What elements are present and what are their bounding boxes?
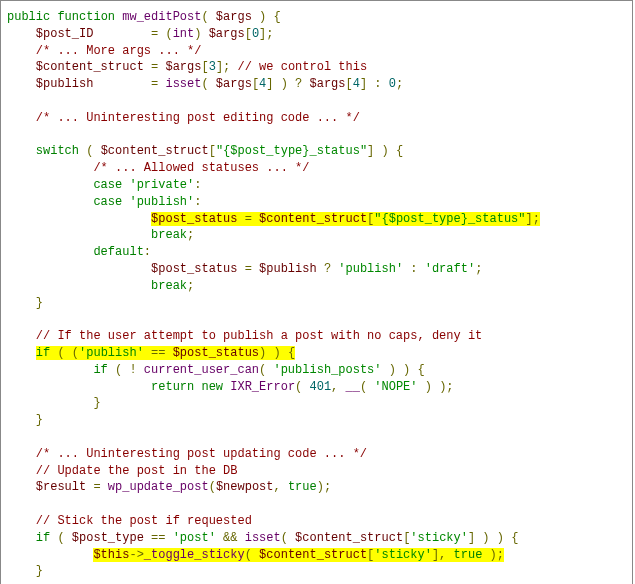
op: (	[165, 27, 172, 41]
op: [	[252, 77, 259, 91]
comment: // Update the post in the DB	[36, 464, 238, 478]
fn: current_user_can	[144, 363, 259, 377]
fn-name: mw_editPost	[122, 10, 201, 24]
op: ;	[396, 77, 403, 91]
op: &&	[223, 531, 237, 545]
op: {	[511, 531, 518, 545]
var: $newpost	[216, 480, 274, 494]
kw: case	[93, 178, 122, 192]
op: {	[396, 144, 403, 158]
op: }	[36, 296, 43, 310]
comment: // If the user attempt to publish a post…	[36, 329, 482, 343]
op: )	[389, 363, 396, 377]
str: 'post'	[173, 531, 216, 545]
var: $content_struct	[36, 60, 144, 74]
op: ==	[151, 346, 165, 360]
op: :	[194, 195, 201, 209]
str: 'publish'	[79, 346, 144, 360]
op: );	[317, 480, 331, 494]
op: =	[151, 77, 158, 91]
op: (	[281, 531, 288, 545]
op: {	[288, 346, 295, 360]
kw: new	[201, 380, 223, 394]
op: (	[201, 10, 208, 24]
comment: /* ... Allowed statuses ... */	[93, 161, 309, 175]
comment: // we control this	[237, 60, 367, 74]
str: 'sticky'	[374, 548, 432, 562]
op: ?	[295, 77, 302, 91]
op: [	[346, 77, 353, 91]
str: 'publish'	[129, 195, 194, 209]
var: $result	[36, 480, 86, 494]
kw: break	[151, 228, 187, 242]
op: (	[57, 531, 64, 545]
op: ]	[266, 77, 273, 91]
fn: __	[346, 380, 360, 394]
op: (	[115, 363, 122, 377]
var: $content_struct	[259, 212, 367, 226]
op: ;	[475, 262, 482, 276]
var: $post_type	[72, 531, 144, 545]
str: 'publish'	[338, 262, 403, 276]
bool: true	[454, 548, 483, 562]
comment: // Stick the post if requested	[36, 514, 252, 528]
op: )	[403, 363, 410, 377]
kw: default	[93, 245, 143, 259]
str: 'draft'	[425, 262, 475, 276]
var: $args	[216, 10, 252, 24]
op: =	[245, 212, 252, 226]
num: 401	[309, 380, 331, 394]
num: 4	[353, 77, 360, 91]
num: 3	[209, 60, 216, 74]
op: (	[86, 144, 93, 158]
op: ?	[324, 262, 331, 276]
num: 0	[389, 77, 396, 91]
op: );	[490, 548, 504, 562]
op: [	[209, 144, 216, 158]
cast: int	[173, 27, 195, 41]
op: :	[374, 77, 381, 91]
str: 'sticky'	[410, 531, 468, 545]
op: ==	[151, 531, 165, 545]
op: )	[194, 27, 201, 41]
var: $content_struct	[259, 548, 367, 562]
op: ,	[331, 380, 338, 394]
op: }	[36, 564, 43, 578]
op: !	[129, 363, 136, 377]
comment: /* ... More args ... */	[36, 44, 202, 58]
kw: case	[93, 195, 122, 209]
op: ];	[526, 212, 540, 226]
var: $args	[209, 27, 245, 41]
bool: true	[288, 480, 317, 494]
op: ;	[187, 279, 194, 293]
op: ]	[360, 77, 367, 91]
str: 'publish_posts'	[273, 363, 381, 377]
op: }	[93, 396, 100, 410]
fn: IXR_Error	[230, 380, 295, 394]
kw: if	[36, 531, 50, 545]
op: =	[93, 480, 100, 494]
op: =	[151, 27, 158, 41]
kw-public: public	[7, 10, 50, 24]
op: )	[259, 10, 266, 24]
str: "{$post_type}_status"	[374, 212, 525, 226]
kw: switch	[36, 144, 79, 158]
fn: isset	[165, 77, 201, 91]
op: (	[245, 548, 252, 562]
str: 'NOPE'	[374, 380, 417, 394]
op: :	[194, 178, 201, 192]
op: (	[259, 363, 266, 377]
op: ];	[259, 27, 273, 41]
var: $post_status	[151, 212, 237, 226]
fn: wp_update_post	[108, 480, 209, 494]
fn: _toggle_sticky	[144, 548, 245, 562]
comment: /* ... Uninteresting post updating code …	[36, 447, 367, 461]
op: );	[439, 380, 453, 394]
op: ->	[129, 548, 143, 562]
kw: if	[36, 346, 50, 360]
op: (	[201, 77, 208, 91]
str: "{$post_type}_status"	[216, 144, 367, 158]
op: ]	[367, 144, 374, 158]
code-pre: public function mw_editPost( $args ) { $…	[7, 9, 626, 580]
op: )	[273, 346, 280, 360]
